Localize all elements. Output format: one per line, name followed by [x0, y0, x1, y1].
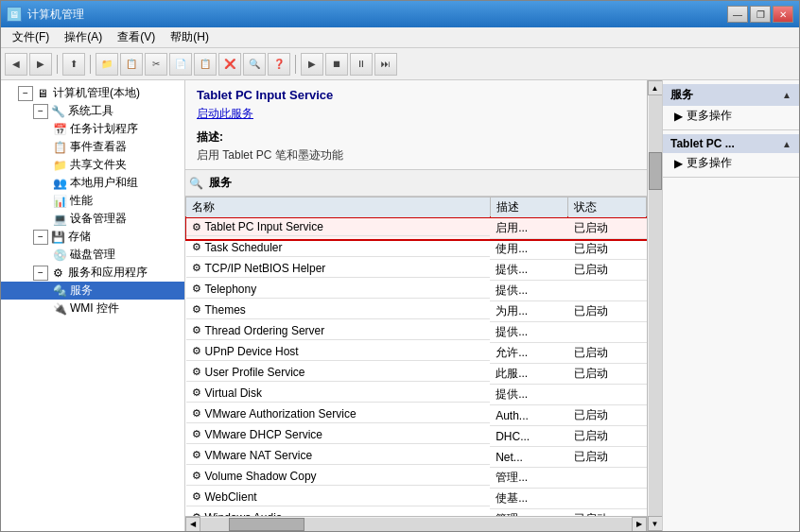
- restore-button[interactable]: ❐: [750, 6, 771, 23]
- table-row[interactable]: ⚙VMware Authorization ServiceAuth...已启动: [186, 405, 647, 426]
- service-name-text: Tablet PC Input Service: [205, 220, 323, 233]
- tree-item-root[interactable]: − 🖥 计算机管理(本地): [1, 84, 184, 102]
- copy-button[interactable]: 📄: [169, 53, 192, 76]
- help-button[interactable]: ❓: [268, 53, 290, 76]
- table-row[interactable]: ⚙Tablet PC Input Service启用...已启动: [186, 218, 647, 239]
- tree-item-system-tools[interactable]: − 🔧 系统工具: [1, 102, 184, 120]
- tree-item-task-scheduler[interactable]: 📅 任务计划程序: [1, 120, 184, 138]
- tree-item-device-manager[interactable]: 💻 设备管理器: [1, 210, 184, 228]
- show-button[interactable]: ✂: [145, 53, 167, 76]
- table-row[interactable]: ⚙WebClient使基...: [186, 489, 647, 509]
- vscroll-thumb[interactable]: [649, 152, 662, 190]
- menu-file[interactable]: 文件(F): [5, 27, 57, 47]
- vscroll-down[interactable]: ▼: [648, 516, 663, 531]
- menu-view[interactable]: 查看(V): [110, 27, 163, 47]
- expand-root[interactable]: −: [18, 86, 33, 101]
- task-icon: 📅: [52, 122, 67, 137]
- action-more-1[interactable]: ▶ 更多操作: [663, 106, 799, 126]
- tree-item-storage[interactable]: − 💾 存储: [1, 228, 184, 246]
- col-status[interactable]: 状态: [568, 197, 647, 218]
- tree-item-performance[interactable]: 📊 性能: [1, 192, 184, 210]
- vscrollbar[interactable]: ▲ ▼: [647, 80, 662, 531]
- vscroll-up[interactable]: ▲: [648, 80, 663, 95]
- services-table-wrap[interactable]: 名称 描述 状态 ⚙Tablet PC Input Service启用...已启…: [185, 197, 647, 516]
- service-desc-cell: Auth...: [490, 405, 568, 426]
- users-icon: 👥: [52, 176, 67, 191]
- paste-button[interactable]: 📋: [194, 53, 217, 76]
- service-name: Tablet PC Input Service: [197, 88, 635, 102]
- tree-item-local-users[interactable]: 👥 本地用户和组: [1, 174, 184, 192]
- action-section-1: 服务 ▲ ▶ 更多操作: [663, 80, 799, 130]
- stop-service-button[interactable]: ⏹: [325, 53, 348, 76]
- minimize-button[interactable]: —: [727, 6, 748, 23]
- hscroll-track[interactable]: [200, 518, 632, 531]
- expand-storage[interactable]: −: [33, 230, 48, 245]
- expand-system-tools[interactable]: −: [33, 104, 48, 119]
- tree-item-services-apps[interactable]: − ⚙ 服务和应用程序: [1, 264, 184, 282]
- tree-label-shared: 共享文件夹: [70, 157, 127, 173]
- tree-label-storage: 存储: [68, 229, 91, 245]
- service-name-cell: ⚙Themes: [186, 301, 491, 319]
- service-gear-icon: ⚙: [192, 221, 201, 233]
- col-name[interactable]: 名称: [186, 197, 491, 218]
- table-row[interactable]: ⚙Thread Ordering Server提供...: [186, 322, 647, 343]
- service-desc-cell: 使基...: [490, 489, 568, 509]
- vscroll-track[interactable]: [649, 95, 662, 516]
- close-button[interactable]: ✕: [773, 6, 793, 23]
- table-row[interactable]: ⚙Volume Shadow Copy管理...: [186, 468, 647, 489]
- tree-label-users: 本地用户和组: [70, 175, 138, 191]
- delete-button[interactable]: ❌: [218, 53, 241, 76]
- tree-root-label: 计算机管理(本地): [53, 85, 140, 101]
- service-name-cell: ⚙UPnP Device Host: [186, 343, 491, 361]
- service-gear-icon: ⚙: [192, 428, 201, 440]
- back-button[interactable]: ◀: [5, 53, 27, 76]
- storage-icon: 💾: [50, 230, 65, 245]
- service-name-text: WebClient: [205, 490, 257, 504]
- tree-item-shared-folders[interactable]: 📁 共享文件夹: [1, 156, 184, 174]
- action-title-2: Tablet PC ... ▲: [663, 134, 799, 153]
- tree-item-event-viewer[interactable]: 📋 事件查看器: [1, 138, 184, 156]
- service-start-link[interactable]: 启动此服务: [197, 107, 253, 120]
- tree-label-perf: 性能: [70, 193, 93, 209]
- table-row[interactable]: ⚙VMware DHCP ServiceDHC...已启动: [186, 426, 647, 447]
- table-row[interactable]: ⚙Telephony提供...: [186, 281, 647, 301]
- service-header: Tablet PC Input Service 启动此服务 描述: 启用 Tab…: [185, 80, 647, 170]
- service-desc-cell: 提供...: [490, 385, 568, 405]
- resume-service-button[interactable]: ⏭: [374, 53, 397, 76]
- service-name-cell: ⚙Windows Audio: [186, 509, 491, 517]
- menu-action[interactable]: 操作(A): [57, 27, 110, 47]
- action-title-1-label: 服务: [670, 87, 693, 103]
- up-one-level[interactable]: 📋: [120, 53, 143, 76]
- expand-services[interactable]: −: [33, 266, 48, 281]
- col-desc[interactable]: 描述: [490, 197, 568, 218]
- table-row[interactable]: ⚙User Profile Service此服...已启动: [186, 364, 647, 385]
- forward-button[interactable]: ▶: [29, 53, 52, 76]
- table-row[interactable]: ⚙UPnP Device Host允许...已启动: [186, 343, 647, 364]
- properties-button[interactable]: 🔍: [243, 53, 266, 76]
- tree-item-disk-mgmt[interactable]: 💿 磁盘管理: [1, 246, 184, 264]
- action-expand-2[interactable]: ▲: [782, 139, 791, 149]
- service-desc-cell: 提供...: [490, 281, 568, 301]
- start-service-button[interactable]: ▶: [301, 53, 323, 76]
- tree-label-event: 事件查看器: [70, 139, 127, 155]
- hscroll-right[interactable]: ▶: [632, 517, 647, 532]
- hscrollbar[interactable]: ◀ ▶: [185, 516, 647, 531]
- show-hide-button[interactable]: 📁: [96, 53, 118, 76]
- table-row[interactable]: ⚙Virtual Disk提供...: [186, 385, 647, 405]
- service-gear-icon: ⚙: [192, 470, 201, 482]
- hscroll-thumb[interactable]: [229, 518, 304, 531]
- table-row[interactable]: ⚙VMware NAT ServiceNet...已启动: [186, 447, 647, 468]
- action-expand-1[interactable]: ▲: [782, 90, 791, 100]
- table-row[interactable]: ⚙TCP/IP NetBIOS Helper提供...已启动: [186, 260, 647, 281]
- pause-service-button[interactable]: ⏸: [350, 53, 373, 76]
- table-row[interactable]: ⚙Themes为用...已启动: [186, 301, 647, 322]
- service-desc-cell: 此服...: [490, 364, 568, 385]
- action-more-2[interactable]: ▶ 更多操作: [663, 153, 799, 173]
- hscroll-left[interactable]: ◀: [185, 517, 200, 532]
- table-row[interactable]: ⚙Windows Audio管理...已启动: [186, 509, 647, 517]
- menu-help[interactable]: 帮助(H): [163, 27, 217, 47]
- tree-item-services[interactable]: 🔩 服务: [1, 282, 184, 300]
- up-button[interactable]: ⬆: [62, 53, 85, 76]
- table-row[interactable]: ⚙Task Scheduler使用...已启动: [186, 239, 647, 260]
- tree-item-wmi[interactable]: 🔌 WMI 控件: [1, 300, 184, 317]
